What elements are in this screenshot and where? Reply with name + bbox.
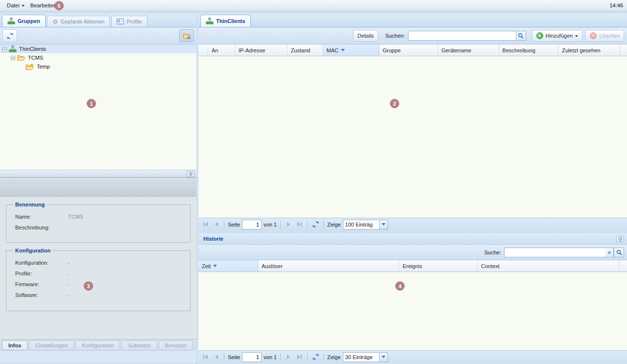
tab-infos[interactable]: Infos [2,341,27,350]
tab-einstellungen[interactable]: Einstellungen [29,341,74,350]
prev-page-icon [214,354,218,360]
tree-item-thinclients[interactable]: ThinClients [0,45,196,53]
suchen-label: Suchen: [385,33,405,39]
details-button[interactable]: Details [353,30,379,42]
refresh-icon [6,32,14,40]
next-page-button[interactable] [284,220,293,229]
refresh-button[interactable] [311,353,320,362]
left-bottom-strip [0,351,196,363]
column-header-ip-adresse[interactable]: IP-Adresse [235,45,288,56]
left-tree-toolbar [0,27,196,45]
combo-dropdown-button[interactable] [379,352,388,362]
annotation-badge-1: 1 [87,99,96,108]
tab-profile[interactable]: Profile [111,16,147,27]
field-software: Software: - [15,292,185,298]
column-header-context[interactable]: Context [478,260,620,272]
separator [280,353,281,361]
column-label: Auslöser [262,263,283,269]
clients-search-button[interactable] [516,31,526,41]
collapse-expander-icon[interactable] [2,47,7,51]
seite-label: Seite [228,354,240,360]
column-header-mac[interactable]: MAC [323,45,379,56]
annotation-label: 2 [393,101,396,107]
refresh-button[interactable] [311,220,320,229]
first-page-icon [203,354,208,360]
tab-infos-label: Infos [8,342,21,348]
chevron-down-icon [382,223,386,226]
column-header-zustand[interactable]: Zustand [288,45,323,56]
collapse-expander-icon[interactable] [11,56,15,60]
combo-dropdown-button[interactable] [379,220,388,229]
first-page-button[interactable] [201,353,210,362]
tree-item-tcms[interactable]: TCMS [0,53,196,62]
column-header-filler [620,45,627,56]
column-header-an[interactable]: An [208,45,235,56]
page-size-combo[interactable]: 30 Einträge [343,352,388,362]
tree-refresh-button[interactable] [2,29,17,42]
folder-link-icon [183,32,191,39]
minus-icon: − [590,32,597,39]
sort-desc-icon [213,265,217,267]
tab-subnetze-label: Subnetze [128,342,150,348]
details-button-label: Details [358,33,374,39]
historie-collapse-button[interactable] [616,236,624,242]
historie-header[interactable]: Historie [198,233,627,245]
prev-page-button[interactable] [212,220,220,229]
seite-label: Seite [228,222,240,228]
infos-panel: Benennung Name: TCMS Beschreibung: Konfi… [0,197,196,339]
loeschen-button-label: Löschen [599,33,620,39]
column-header-ereignis[interactable]: Ereignis [399,260,478,272]
prev-page-button[interactable] [212,353,220,362]
column-label: An [212,47,218,53]
collapse-panel-button[interactable] [187,171,194,177]
page-number-input[interactable] [242,220,262,229]
next-page-button[interactable] [284,353,293,362]
historie-grid-body[interactable] [198,272,627,350]
next-page-icon [287,222,291,227]
field-konfiguration: Konfiguration: - [15,260,185,266]
column-header-ausloeser[interactable]: Auslöser [258,260,399,272]
tab-thinclients[interactable]: ThinClients [200,15,251,27]
tree-item-temp[interactable]: Temp [0,62,196,71]
column-header-geraetename[interactable]: Gerätename [438,45,499,56]
historie-search-button[interactable] [614,248,624,257]
menu-datei[interactable]: Datei [4,1,27,9]
tab-konfiguration[interactable]: Konfiguration [75,341,120,350]
fieldset-benennung-legend: Benennung [13,202,47,207]
last-page-button[interactable] [295,353,304,362]
field-firmware: Firmware: - [15,281,185,287]
column-header-zeit[interactable]: Zeit [198,260,258,272]
page-number-input[interactable] [242,352,262,362]
field-software-value: - [68,292,70,298]
column-label: Beschreibung [503,47,535,53]
annotation-badge-5: 5 [54,1,64,10]
loeschen-button[interactable]: − Löschen [585,30,624,42]
folder-open-icon [17,54,25,61]
tab-geplante-aktionen[interactable]: ⚙ Geplante Aktionen [47,16,110,27]
tree-folder-link-button[interactable] [179,29,194,42]
clients-search-input[interactable] [408,31,516,41]
column-label: Zuletzt gesehen [562,47,600,53]
left-splitter[interactable] [0,170,196,178]
column-header-gruppe[interactable]: Gruppe [379,45,438,56]
search-icon [518,33,524,39]
hinzufuegen-button[interactable]: + Hinzufügen [532,30,583,42]
last-page-button[interactable] [295,220,304,229]
tab-benutzer[interactable]: Benutzer [159,341,193,350]
clients-grid-body[interactable] [198,56,627,218]
field-konfiguration-label: Konfiguration: [15,260,68,266]
tab-gruppen[interactable]: Gruppen [2,15,46,27]
column-header-filler [620,260,627,272]
historie-search-input[interactable] [504,248,605,257]
right-tabstrip: ThinClients [198,14,627,27]
historie-search-clear-button[interactable]: × [605,248,614,257]
tab-einstellungen-label: Einstellungen [35,342,68,348]
profile-form-icon [117,19,124,24]
tab-subnetze[interactable]: Subnetze [121,341,157,350]
column-header-zuletzt-gesehen[interactable]: Zuletzt gesehen [558,45,620,56]
first-page-button[interactable] [201,220,210,229]
von-label: von 1 [264,222,277,228]
last-page-icon [297,354,302,360]
column-header-beschreibung[interactable]: Beschreibung [499,45,559,56]
page-size-combo[interactable]: 100 Einträg [343,220,388,229]
